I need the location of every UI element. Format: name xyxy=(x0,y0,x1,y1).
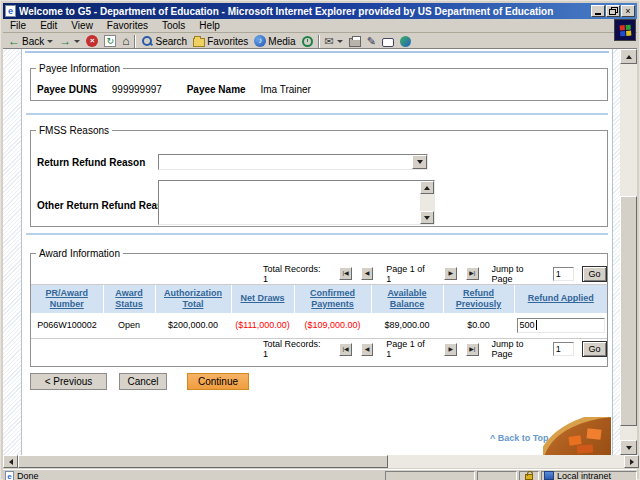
award-table: PR/Award Number Award Status Authorizati… xyxy=(31,285,607,338)
column-header-pr-award-number[interactable]: PR/Award Number xyxy=(31,285,103,313)
toolbar-separator xyxy=(318,35,320,48)
favorites-button[interactable]: Favorites xyxy=(190,34,251,48)
column-header-refund-previously[interactable]: Refund Previously xyxy=(443,285,514,313)
scroll-right-icon[interactable] xyxy=(624,455,639,468)
mail-button[interactable]: ✉ xyxy=(322,34,346,48)
jump-to-page-input[interactable]: 1 xyxy=(553,342,574,356)
column-header-net-draws[interactable]: Net Draws xyxy=(231,285,294,313)
previous-button[interactable]: < Previous xyxy=(30,373,107,390)
other-return-refund-reason-textarea[interactable] xyxy=(158,180,435,225)
mail-icon: ✉ xyxy=(325,36,334,46)
menu-item-favorites[interactable]: Favorites xyxy=(100,20,155,31)
history-button[interactable] xyxy=(299,34,316,48)
award-information-group: Award Information Total Records: 1 |◀ ◀ … xyxy=(30,248,608,367)
favorites-icon xyxy=(193,38,205,47)
back-to-top-link[interactable]: ^ Back to Top xyxy=(490,433,549,443)
cancel-button[interactable]: Cancel xyxy=(119,373,167,390)
scroll-down-icon[interactable] xyxy=(620,440,637,455)
scroll-up-icon[interactable] xyxy=(420,181,434,194)
discuss-button[interactable] xyxy=(379,34,397,48)
scroll-left-icon[interactable] xyxy=(3,455,18,468)
mail-dropdown-icon[interactable] xyxy=(337,40,343,43)
refresh-button[interactable]: ↻ xyxy=(101,34,119,48)
payee-duns-label: Payee DUNS xyxy=(37,84,97,95)
jump-to-page-label: Jump to Page xyxy=(492,339,545,359)
first-page-button[interactable]: |◀ xyxy=(339,267,352,280)
media-icon: ♪ xyxy=(254,35,266,47)
column-header-award-status[interactable]: Award Status xyxy=(103,285,155,313)
fmss-reasons-legend: FMSS Reasons xyxy=(36,125,112,136)
textarea-scrollbar[interactable] xyxy=(420,181,434,224)
home-button[interactable]: ⌂ xyxy=(119,34,132,48)
lock-icon xyxy=(525,474,533,480)
scroll-up-icon[interactable] xyxy=(620,49,637,64)
previous-page-button[interactable]: ◀ xyxy=(361,267,374,280)
scroll-down-icon[interactable] xyxy=(420,211,434,224)
windows-logo xyxy=(614,19,636,41)
stop-button[interactable]: × xyxy=(83,34,101,48)
page-indicator: Page 1 of 1 xyxy=(386,339,430,359)
continue-button[interactable]: Continue xyxy=(187,373,249,390)
back-button[interactable]: ← Back xyxy=(5,34,56,48)
minimize-button[interactable] xyxy=(591,5,605,17)
print-button[interactable] xyxy=(346,34,364,48)
print-icon xyxy=(349,38,361,47)
cell-refund-previously: $0.00 xyxy=(443,313,514,338)
award-information-legend: Award Information xyxy=(36,248,123,259)
messenger-button[interactable] xyxy=(397,34,414,48)
last-page-button[interactable]: ▶| xyxy=(466,343,479,356)
next-page-button[interactable]: ▶ xyxy=(444,267,457,280)
next-page-button[interactable]: ▶ xyxy=(444,343,457,356)
search-button[interactable]: Search xyxy=(138,34,190,48)
horizontal-scrollbar[interactable] xyxy=(3,455,639,468)
chevron-down-icon xyxy=(417,160,423,164)
previous-page-button[interactable]: ◀ xyxy=(361,343,374,356)
menu-item-edit[interactable]: Edit xyxy=(33,20,64,31)
go-button[interactable]: Go xyxy=(582,266,607,282)
menu-item-file[interactable]: File xyxy=(3,20,33,31)
section-divider xyxy=(26,233,608,235)
media-label: Media xyxy=(268,36,295,47)
back-dropdown-icon[interactable] xyxy=(47,40,53,43)
menu-bar: File Edit View Favorites Tools Help xyxy=(3,19,637,33)
first-page-button[interactable]: |◀ xyxy=(339,343,352,356)
select-dropdown-button[interactable] xyxy=(412,155,427,169)
ie-status-icon: e xyxy=(5,471,14,480)
jump-to-page-input[interactable]: 1 xyxy=(553,267,574,281)
horizontal-scroll-thumb[interactable] xyxy=(18,455,388,468)
cell-confirmed-payments: ($109,000.00) xyxy=(294,313,371,338)
toolbar-separator xyxy=(134,35,136,48)
payee-duns-value: 999999997 xyxy=(112,84,162,95)
vertical-scroll-thumb[interactable] xyxy=(620,196,637,426)
last-page-button[interactable]: ▶| xyxy=(466,267,479,280)
refund-applied-input[interactable]: 500 xyxy=(517,318,605,333)
column-header-refund-applied[interactable]: Refund Applied xyxy=(514,285,607,313)
column-header-authorization-total[interactable]: Authorization Total xyxy=(155,285,231,313)
table-row: P066W100002 Open $200,000.00 ($111,000.0… xyxy=(31,313,607,338)
return-refund-reason-value xyxy=(159,155,412,169)
edit-button[interactable]: ✎ xyxy=(364,34,379,48)
menu-item-help[interactable]: Help xyxy=(192,20,227,31)
forward-button[interactable]: → xyxy=(56,34,83,48)
corner-classroom-image xyxy=(543,417,611,455)
column-header-confirmed-payments[interactable]: Confirmed Payments xyxy=(294,285,371,313)
page-top-rule xyxy=(25,51,609,53)
vertical-scrollbar[interactable] xyxy=(620,49,637,455)
payee-line: Payee DUNS 999999997 Payee Name Ima Trai… xyxy=(37,84,333,95)
security-pane xyxy=(519,471,539,480)
return-refund-reason-select[interactable] xyxy=(158,154,428,170)
total-records-label: Total Records: 1 xyxy=(263,339,325,359)
close-button[interactable]: × xyxy=(621,5,635,17)
forward-dropdown-icon[interactable] xyxy=(74,40,80,43)
jump-to-page-label: Jump to Page xyxy=(492,264,545,284)
restore-button[interactable] xyxy=(606,5,620,17)
media-button[interactable]: ♪ Media xyxy=(251,34,298,48)
go-button[interactable]: Go xyxy=(582,341,607,357)
window-title: Welcome to G5 - Department of Education … xyxy=(19,6,590,17)
menu-item-tools[interactable]: Tools xyxy=(155,20,192,31)
search-label: Search xyxy=(155,36,187,47)
messenger-icon xyxy=(400,36,411,47)
menu-item-view[interactable]: View xyxy=(64,20,100,31)
column-header-available-balance[interactable]: Available Balance xyxy=(371,285,443,313)
text-cursor xyxy=(536,320,537,330)
